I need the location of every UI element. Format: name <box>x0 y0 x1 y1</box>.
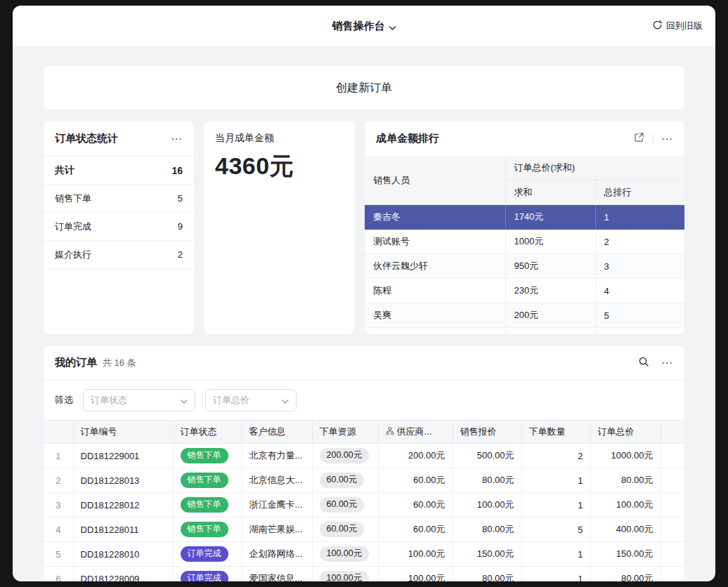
sales-quote: 80.00元 <box>453 567 521 582</box>
column-header-supplier[interactable]: 供应商... <box>378 421 453 444</box>
more-menu-icon[interactable]: ··· <box>171 134 183 143</box>
order-row[interactable]: 1 DD181229001 销售下单 北京有力量... 200.00元 200.… <box>44 444 684 468</box>
column-header-resource[interactable]: 下单资源 <box>312 421 378 444</box>
status-badge: 销售下单 <box>181 522 228 536</box>
order-total: 400.00元 <box>590 517 661 542</box>
order-qty: 1 <box>521 468 590 493</box>
ranking-card-header: 成单金额排行 ··· <box>365 121 684 156</box>
lookup-link-icon <box>386 427 394 437</box>
open-in-new-icon[interactable] <box>634 132 644 145</box>
ranking-card: 成单金额排行 ··· 销售人员 订单总价(求和) <box>365 121 684 334</box>
order-status-filter-select[interactable]: 订单状态 <box>83 389 195 411</box>
column-header-total[interactable]: 订单总价 <box>590 421 661 444</box>
person-rank: 3 <box>595 254 684 279</box>
ranking-row[interactable]: 方源 160元 6 <box>365 328 684 335</box>
ranking-row[interactable]: 陈程 230元 4 <box>365 279 684 303</box>
column-header-rank[interactable]: 总排行 <box>595 180 684 205</box>
order-total-filter-select[interactable]: 订单总价 <box>205 389 297 411</box>
column-header-group[interactable]: 订单总价(求和) <box>505 156 684 180</box>
workspace-switcher[interactable]: 销售操作台 <box>332 20 396 33</box>
create-order-button[interactable]: 创建新订单 <box>44 66 684 110</box>
ranking-table: 销售人员 订单总价(求和) 求和 总排行 秦吉冬 1740元 1 <box>365 156 684 334</box>
order-status-filter-placeholder: 订单状态 <box>91 394 127 407</box>
order-total: 1000.00元 <box>590 444 661 468</box>
supplier-price: 200.00元 <box>378 444 453 468</box>
more-menu-icon[interactable]: ··· <box>662 134 673 143</box>
order-row[interactable]: 2 DD181228013 销售下单 北京信息大... 60.00元 60.00… <box>44 468 684 493</box>
status-list: 共计 16 销售下单 5 订单完成 9 媒介执行 2 <box>44 156 194 269</box>
order-qty: 2 <box>521 444 590 468</box>
filler-cell <box>661 542 684 567</box>
status-row-total[interactable]: 共计 16 <box>44 157 194 185</box>
monthly-amount-value: 4360元 <box>215 150 344 183</box>
filler-cell <box>661 567 684 582</box>
column-header-qty[interactable]: 下单数量 <box>521 421 590 444</box>
ranking-row[interactable]: 伙伴云魏少轩 950元 3 <box>365 254 684 279</box>
resource-tag: 200.00元 <box>320 448 370 463</box>
person-rank: 6 <box>595 328 684 335</box>
customer-info: 浙江金鹰卡... <box>242 493 312 517</box>
person-name: 伙伴云魏少轩 <box>365 254 505 279</box>
more-menu-icon[interactable]: ··· <box>662 358 673 367</box>
row-index: 4 <box>44 517 73 542</box>
status-value: 9 <box>178 221 183 232</box>
order-no: DD181228012 <box>73 493 173 517</box>
ranking-row[interactable]: 测试账号 1000元 2 <box>365 230 684 254</box>
status-row-complete[interactable]: 订单完成 9 <box>44 213 194 241</box>
person-amount: 1000元 <box>505 230 595 254</box>
customer-info: 湖南芒果娱... <box>242 517 312 542</box>
order-no: DD181229001 <box>73 444 173 468</box>
supplier-price: 100.00元 <box>378 567 453 582</box>
person-rank: 2 <box>595 230 684 254</box>
column-header-customer[interactable]: 客户信息 <box>242 421 312 444</box>
status-row-sales[interactable]: 销售下单 5 <box>44 185 194 213</box>
order-row[interactable]: 6 DD181228009 订单完成 爱国家信息... 100.00元 100.… <box>44 567 684 582</box>
ranking-row[interactable]: 秦吉冬 1740元 1 <box>365 205 684 230</box>
order-row[interactable]: 5 DD181228010 订单完成 企划路网络... 100.00元 100.… <box>44 542 684 567</box>
sales-quote: 500.00元 <box>453 444 521 468</box>
monthly-amount-card: 当月成单金额 4360元 <box>204 121 355 334</box>
supplier-price: 100.00元 <box>378 542 453 567</box>
page-title: 销售操作台 <box>332 20 385 33</box>
person-rank: 1 <box>595 205 684 230</box>
column-header-sum[interactable]: 求和 <box>505 180 595 205</box>
ranking-row[interactable]: 吴爽 200元 5 <box>365 303 684 328</box>
app-window: 销售操作台 回到旧版 创建新订单 订单状态统计 ··· <box>13 6 715 581</box>
row-index: 6 <box>44 567 73 582</box>
status-label: 销售下单 <box>55 192 91 205</box>
sales-quote: 150.00元 <box>453 542 521 567</box>
order-row[interactable]: 4 DD181228011 销售下单 湖南芒果娱... 60.00元 60.00… <box>44 517 684 542</box>
column-header-person[interactable]: 销售人员 <box>365 156 505 205</box>
filter-row: 筛选 订单状态 订单总价 <box>44 381 684 420</box>
status-badge: 销售下单 <box>181 473 228 487</box>
row-index: 2 <box>44 468 73 493</box>
status-label: 媒介执行 <box>55 249 91 261</box>
person-name: 陈程 <box>365 279 505 303</box>
order-no: DD181228009 <box>73 567 173 582</box>
order-no: DD181228013 <box>73 468 173 493</box>
row-index: 3 <box>44 493 73 517</box>
column-header-filler <box>661 421 684 444</box>
monthly-amount-title: 当月成单金额 <box>215 132 344 145</box>
column-header-quote[interactable]: 销售报价 <box>453 421 521 444</box>
order-qty: 1 <box>521 493 590 517</box>
column-header-order-no[interactable]: 订单编号 <box>73 421 173 444</box>
resource-tag: 100.00元 <box>320 546 370 562</box>
person-rank: 5 <box>595 303 684 328</box>
ranking-card-title: 成单金额排行 <box>376 132 439 145</box>
column-header-status[interactable]: 订单状态 <box>173 421 242 444</box>
filter-label: 筛选 <box>55 394 73 407</box>
row-index: 5 <box>44 542 73 567</box>
orders-card-title: 我的订单 <box>55 356 97 369</box>
status-value: 5 <box>178 193 183 204</box>
filler-cell <box>661 517 684 542</box>
search-icon[interactable] <box>638 356 649 370</box>
column-header-index[interactable] <box>44 421 73 444</box>
customer-info: 爱国家信息... <box>242 567 312 582</box>
order-row[interactable]: 3 DD181228012 销售下单 浙江金鹰卡... 60.00元 60.00… <box>44 493 684 517</box>
person-amount: 160元 <box>505 328 595 335</box>
back-to-old-version-link[interactable]: 回到旧版 <box>652 20 703 32</box>
status-row-media[interactable]: 媒介执行 2 <box>44 241 194 269</box>
history-back-icon <box>652 20 663 32</box>
column-header-supplier-label: 供应商... <box>397 426 432 438</box>
